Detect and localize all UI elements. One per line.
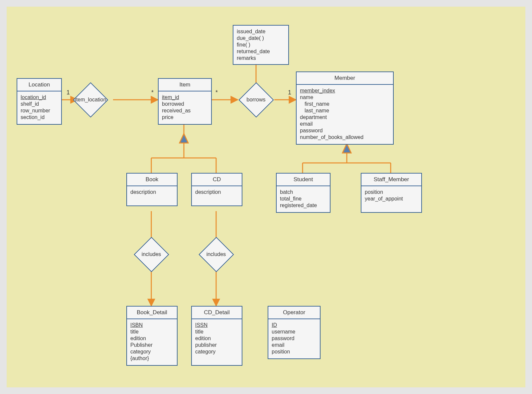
entity-title: Operator	[268, 307, 320, 319]
borrows-attrs-note: issued_date due_date( ) fine( ) returned…	[233, 25, 289, 65]
entity-student: Student batch total_fine registered_date	[276, 173, 331, 213]
entity-operator: Operator ID username password email posi…	[268, 306, 321, 359]
entity-title: Book_Detail	[127, 307, 177, 319]
relationship-item-location: item_location	[78, 87, 103, 112]
svg-marker-6	[180, 134, 188, 143]
attr: year_of_appoint	[365, 196, 418, 202]
entity-member: Member member_index name first_name last…	[296, 71, 394, 145]
entity-item: Item item_id borrowed received_as price	[158, 78, 212, 125]
entity-cd-detail: CD_Detail ISSN title edition publisher c…	[191, 306, 242, 366]
entity-title: CD_Detail	[192, 307, 242, 319]
cardinality: 1	[288, 89, 291, 96]
attr: email	[300, 121, 390, 127]
attr: title	[195, 328, 238, 335]
diagram-canvas: issued_date due_date( ) fine( ) returned…	[0, 0, 532, 394]
attr: password	[272, 335, 317, 342]
attr: {author}	[130, 355, 174, 362]
relationship-label: includes	[206, 251, 226, 257]
entity-title: Item	[159, 79, 211, 91]
attr-key: ISBN	[130, 322, 174, 328]
relationship-label: borrows	[247, 97, 266, 103]
attr: position	[365, 189, 418, 196]
attr-key: item_id	[162, 94, 208, 101]
relationship-label: item_location	[75, 97, 106, 103]
attr: shelf_id	[21, 101, 58, 107]
attr: batch	[280, 189, 327, 196]
attr: publisher	[195, 342, 238, 348]
entity-title: Student	[277, 174, 330, 186]
attr: password	[300, 127, 390, 134]
attr: email	[272, 342, 317, 348]
attr: returned_date	[237, 48, 285, 55]
attr: number_of_books_allowed	[300, 134, 390, 141]
attr: first_name	[300, 101, 390, 107]
relationship-includes-cd: includes	[204, 242, 229, 267]
attr: borrowed	[162, 101, 208, 107]
attr: title	[130, 328, 174, 335]
attr: total_fine	[280, 196, 327, 202]
relationship-includes-book: includes	[139, 242, 164, 267]
entity-title: CD	[192, 174, 242, 186]
entity-book: Book description	[126, 173, 178, 206]
attr: category	[195, 348, 238, 355]
cardinality: 1	[66, 89, 70, 96]
relationship-borrows: borrows	[244, 87, 269, 112]
attr: row_number	[21, 107, 58, 114]
attr: issued_date	[237, 28, 285, 35]
diagram-background: issued_date due_date( ) fine( ) returned…	[7, 7, 525, 387]
relationship-label: includes	[142, 251, 161, 257]
attr: section_id	[21, 114, 58, 121]
attr: received_as	[162, 107, 208, 114]
attr: fine( )	[237, 42, 285, 48]
attr-key: ID	[272, 322, 317, 328]
attr: username	[272, 328, 317, 335]
entity-book-detail: Book_Detail ISBN title edition Publisher…	[126, 306, 178, 366]
attr: description	[130, 189, 174, 196]
entity-title: Staff_Member	[361, 174, 421, 186]
attr-key: member_index	[300, 87, 390, 94]
entity-cd: CD description	[191, 173, 242, 206]
attr: description	[195, 189, 238, 196]
entity-title: Book	[127, 174, 177, 186]
attr: Publisher	[130, 342, 174, 348]
attr: remarks	[237, 55, 285, 62]
attr: due_date( )	[237, 35, 285, 42]
cardinality: *	[215, 89, 218, 96]
attr: name	[300, 94, 390, 101]
attr: price	[162, 114, 208, 121]
attr-key: ISSN	[195, 322, 238, 328]
attr: last_name	[300, 107, 390, 114]
attr-key: location_id	[21, 94, 58, 101]
entity-title: Location	[17, 79, 61, 91]
cardinality: *	[151, 89, 154, 96]
entity-title: Member	[297, 72, 393, 85]
entity-staff-member: Staff_Member position year_of_appoint	[361, 173, 422, 213]
attr: category	[130, 348, 174, 355]
attr: position	[272, 348, 317, 355]
attr: edition	[130, 335, 174, 342]
svg-marker-12	[342, 144, 351, 153]
attr: edition	[195, 335, 238, 342]
entity-location: Location location_id shelf_id row_number…	[17, 78, 62, 125]
attr: registered_date	[280, 202, 327, 209]
attr: department	[300, 114, 390, 121]
